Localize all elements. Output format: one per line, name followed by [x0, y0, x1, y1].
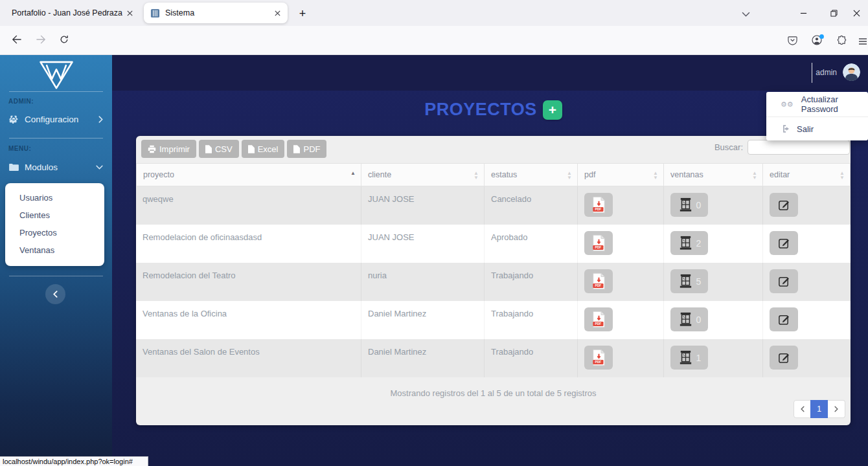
topbar-divider	[812, 63, 812, 83]
extensions-puzzle-icon[interactable]	[837, 35, 847, 47]
col-header-pdf[interactable]: pdf▲▼	[578, 163, 664, 186]
sidebar-section-admin: ADMIN:	[8, 98, 34, 105]
sidebar-item-modulos[interactable]: Modulos	[0, 157, 112, 177]
table-row: Ventanas del Salon de Eventos Daniel Mar…	[136, 339, 851, 377]
pocket-icon[interactable]	[788, 36, 797, 48]
cell-cliente: nuria	[361, 263, 485, 301]
tab-close-icon[interactable]	[274, 10, 281, 17]
ventanas-button[interactable]: 0	[670, 193, 708, 217]
list-tabs-chevron-icon[interactable]	[742, 8, 750, 19]
excel-button[interactable]: Excel	[242, 140, 285, 158]
sidebar-collapse-button[interactable]	[45, 284, 65, 304]
edit-button[interactable]	[770, 269, 798, 293]
ventanas-count: 1	[696, 353, 702, 363]
sidebar: ADMIN: Configuracion MENU: Modulos	[0, 55, 112, 466]
pdf-button[interactable]: PDF	[584, 193, 613, 217]
cell-cliente: JUAN JOSE	[361, 186, 485, 225]
svg-text:PDF: PDF	[595, 361, 601, 364]
reload-icon[interactable]	[60, 35, 69, 47]
ventanas-count: 2	[696, 238, 702, 249]
forward-icon[interactable]	[36, 35, 46, 47]
col-header-cliente[interactable]: cliente▲▼	[361, 163, 485, 186]
tab-portafolio[interactable]: Portafolio - Juan José Pedraza	[5, 0, 140, 26]
pdf-button[interactable]: PDF	[584, 346, 613, 370]
sort-icon: ▲▼	[474, 171, 479, 180]
menu-item-actualizar-password[interactable]: ⚙⚙ Actualizar Password	[766, 92, 868, 116]
browser-status-bar: localhost/windu/app/index.php?ok=login#	[0, 456, 148, 466]
new-tab-button[interactable]: +	[294, 5, 311, 22]
ventanas-button[interactable]: 0	[670, 307, 708, 331]
window-close-button[interactable]	[842, 0, 868, 26]
search-input[interactable]	[748, 140, 850, 155]
cell-proyecto: Remodelacion de oficinaasdasd	[136, 225, 361, 263]
projects-table: proyecto▲ cliente▲▼ estatus▲▼ pdf▲▼ vent…	[136, 163, 851, 377]
pagination-next-button[interactable]	[828, 400, 845, 418]
pdf-export-button[interactable]: PDF	[287, 140, 326, 158]
search-label: Buscar:	[714, 142, 743, 152]
col-header-estatus[interactable]: estatus▲▼	[485, 163, 578, 186]
menu-item-salir[interactable]: Salir	[766, 117, 868, 140]
edit-button[interactable]	[770, 193, 798, 217]
sidebar-item-configuracion[interactable]: Configuracion	[0, 109, 112, 129]
browser-window: Portafolio - Juan José Pedraza Sistema +	[0, 0, 868, 466]
app-topbar: admin	[112, 55, 868, 91]
projects-card: Imprimir CSV Excel	[136, 136, 851, 425]
printer-icon	[148, 145, 156, 153]
ventanas-count: 5	[696, 276, 702, 287]
table-row: qweqwe JUAN JOSE Cancelado PDF 0	[136, 186, 851, 225]
tab-close-icon[interactable]	[126, 10, 133, 17]
window-minimize-button[interactable]	[789, 0, 818, 26]
add-project-button[interactable]: +	[543, 100, 562, 120]
menu-item-label: Salir	[797, 124, 814, 134]
col-header-ventanas[interactable]: ventanas▲▼	[664, 163, 763, 186]
pdf-button[interactable]: PDF	[584, 269, 613, 293]
gear-icon	[9, 115, 25, 124]
tab-sistema[interactable]: Sistema	[144, 3, 288, 23]
tab-title: Portafolio - Juan José Pedraza	[12, 8, 122, 17]
file-icon	[293, 145, 300, 153]
submenu-item-usuarios[interactable]: Usuarios	[5, 189, 104, 206]
avatar[interactable]	[843, 63, 860, 81]
pdf-button[interactable]: PDF	[584, 231, 613, 255]
menu-item-label: Actualizar Password	[801, 94, 868, 114]
ventanas-button[interactable]: 2	[670, 231, 708, 255]
modulos-submenu: Usuarios Clientes Proyectos Ventanas	[5, 183, 104, 266]
sort-icon: ▲▼	[567, 171, 572, 180]
page-content: PROYECTOS + Imprimir	[112, 91, 868, 466]
submenu-item-clientes[interactable]: Clientes	[5, 206, 104, 224]
pagination-prev-button[interactable]	[794, 400, 811, 418]
col-header-editar[interactable]: editar▲▼	[763, 163, 851, 186]
ventanas-count: 0	[696, 315, 702, 325]
gears-icon: ⚙⚙	[781, 100, 794, 109]
edit-button[interactable]	[770, 307, 798, 331]
ventanas-button[interactable]: 1	[670, 346, 708, 370]
username-label[interactable]: admin	[816, 68, 837, 77]
sidebar-divider	[9, 138, 103, 139]
button-label: CSV	[215, 144, 233, 154]
pagination-page-1[interactable]: 1	[810, 400, 828, 418]
submenu-item-proyectos[interactable]: Proyectos	[5, 224, 104, 241]
pagination: 1	[794, 400, 845, 418]
cell-proyecto: qweqwe	[136, 186, 361, 225]
edit-button[interactable]	[770, 346, 798, 370]
search-area: Buscar:	[714, 140, 850, 155]
menu-hamburger-icon[interactable]	[858, 36, 867, 48]
tab-title: Sistema	[165, 8, 269, 17]
button-label: PDF	[303, 144, 320, 154]
edit-button[interactable]	[770, 231, 798, 255]
main-area: admin PROYECTOS + Impri	[112, 55, 868, 466]
browser-toolbar: localhost/windu/app/index.php?ok=login 8…	[0, 26, 868, 55]
pdf-button[interactable]: PDF	[584, 307, 613, 331]
account-icon[interactable]	[812, 36, 822, 47]
sidebar-item-label: Configuracion	[25, 115, 78, 124]
submenu-item-ventanas[interactable]: Ventanas	[5, 241, 104, 259]
app-viewport: ADMIN: Configuracion MENU: Modulos	[0, 55, 868, 466]
col-header-proyecto[interactable]: proyecto▲	[136, 163, 361, 186]
back-icon[interactable]	[12, 35, 21, 47]
table-header-row: proyecto▲ cliente▲▼ estatus▲▼ pdf▲▼ vent…	[136, 163, 851, 186]
account-notification-dot	[819, 34, 824, 39]
favicon	[150, 8, 160, 18]
ventanas-button[interactable]: 5	[670, 269, 708, 293]
print-button[interactable]: Imprimir	[141, 140, 196, 158]
csv-button[interactable]: CSV	[199, 140, 239, 158]
